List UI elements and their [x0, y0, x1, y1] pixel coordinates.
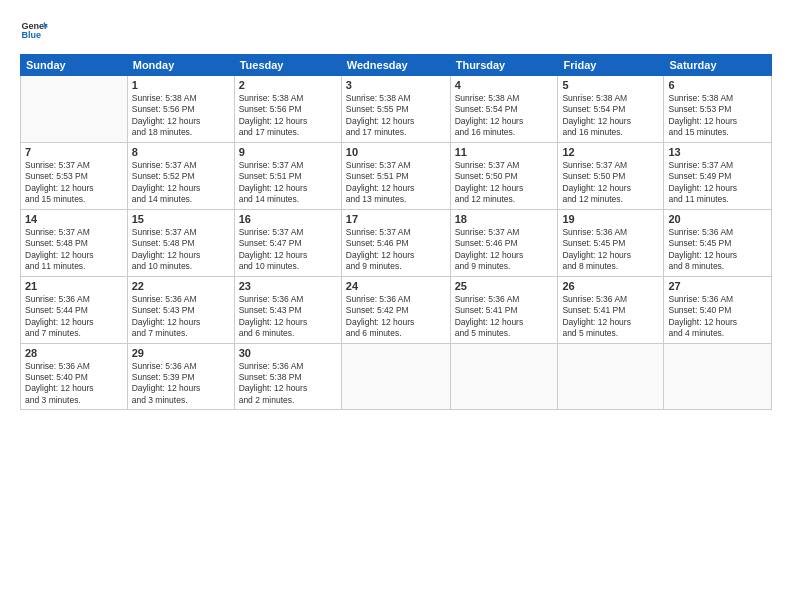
calendar-cell: 28Sunrise: 5:36 AM Sunset: 5:40 PM Dayli… — [21, 343, 128, 410]
day-number: 7 — [25, 146, 123, 158]
day-info: Sunrise: 5:37 AM Sunset: 5:46 PM Dayligh… — [346, 227, 446, 273]
weekday-header-saturday: Saturday — [664, 55, 772, 76]
calendar-cell: 1Sunrise: 5:38 AM Sunset: 5:56 PM Daylig… — [127, 76, 234, 143]
day-number: 29 — [132, 347, 230, 359]
calendar-cell: 18Sunrise: 5:37 AM Sunset: 5:46 PM Dayli… — [450, 209, 558, 276]
day-number: 27 — [668, 280, 767, 292]
day-number: 21 — [25, 280, 123, 292]
day-info: Sunrise: 5:36 AM Sunset: 5:45 PM Dayligh… — [562, 227, 659, 273]
day-info: Sunrise: 5:37 AM Sunset: 5:51 PM Dayligh… — [239, 160, 337, 206]
calendar-cell — [664, 343, 772, 410]
day-info: Sunrise: 5:36 AM Sunset: 5:41 PM Dayligh… — [562, 294, 659, 340]
day-info: Sunrise: 5:38 AM Sunset: 5:54 PM Dayligh… — [455, 93, 554, 139]
calendar-table: SundayMondayTuesdayWednesdayThursdayFrid… — [20, 54, 772, 410]
day-number: 26 — [562, 280, 659, 292]
day-number: 17 — [346, 213, 446, 225]
day-number: 24 — [346, 280, 446, 292]
calendar-cell: 10Sunrise: 5:37 AM Sunset: 5:51 PM Dayli… — [341, 142, 450, 209]
day-info: Sunrise: 5:37 AM Sunset: 5:50 PM Dayligh… — [562, 160, 659, 206]
day-info: Sunrise: 5:36 AM Sunset: 5:45 PM Dayligh… — [668, 227, 767, 273]
day-number: 30 — [239, 347, 337, 359]
day-info: Sunrise: 5:37 AM Sunset: 5:53 PM Dayligh… — [25, 160, 123, 206]
calendar-cell: 11Sunrise: 5:37 AM Sunset: 5:50 PM Dayli… — [450, 142, 558, 209]
weekday-header-thursday: Thursday — [450, 55, 558, 76]
logo: General Blue — [20, 16, 48, 44]
calendar-week-1: 1Sunrise: 5:38 AM Sunset: 5:56 PM Daylig… — [21, 76, 772, 143]
day-number: 4 — [455, 79, 554, 91]
day-info: Sunrise: 5:36 AM Sunset: 5:42 PM Dayligh… — [346, 294, 446, 340]
calendar-cell: 16Sunrise: 5:37 AM Sunset: 5:47 PM Dayli… — [234, 209, 341, 276]
page-header: General Blue — [20, 16, 772, 44]
weekday-header-monday: Monday — [127, 55, 234, 76]
day-info: Sunrise: 5:37 AM Sunset: 5:51 PM Dayligh… — [346, 160, 446, 206]
day-info: Sunrise: 5:36 AM Sunset: 5:43 PM Dayligh… — [132, 294, 230, 340]
day-info: Sunrise: 5:38 AM Sunset: 5:56 PM Dayligh… — [132, 93, 230, 139]
day-number: 3 — [346, 79, 446, 91]
svg-text:Blue: Blue — [21, 30, 41, 40]
calendar-cell: 14Sunrise: 5:37 AM Sunset: 5:48 PM Dayli… — [21, 209, 128, 276]
day-info: Sunrise: 5:37 AM Sunset: 5:47 PM Dayligh… — [239, 227, 337, 273]
day-number: 5 — [562, 79, 659, 91]
calendar-cell: 20Sunrise: 5:36 AM Sunset: 5:45 PM Dayli… — [664, 209, 772, 276]
day-number: 20 — [668, 213, 767, 225]
calendar-header-row: SundayMondayTuesdayWednesdayThursdayFrid… — [21, 55, 772, 76]
calendar-cell: 8Sunrise: 5:37 AM Sunset: 5:52 PM Daylig… — [127, 142, 234, 209]
calendar-cell: 26Sunrise: 5:36 AM Sunset: 5:41 PM Dayli… — [558, 276, 664, 343]
calendar-cell: 13Sunrise: 5:37 AM Sunset: 5:49 PM Dayli… — [664, 142, 772, 209]
calendar-cell — [558, 343, 664, 410]
day-info: Sunrise: 5:36 AM Sunset: 5:43 PM Dayligh… — [239, 294, 337, 340]
calendar-cell: 23Sunrise: 5:36 AM Sunset: 5:43 PM Dayli… — [234, 276, 341, 343]
day-number: 16 — [239, 213, 337, 225]
day-number: 11 — [455, 146, 554, 158]
day-info: Sunrise: 5:38 AM Sunset: 5:53 PM Dayligh… — [668, 93, 767, 139]
calendar-cell: 12Sunrise: 5:37 AM Sunset: 5:50 PM Dayli… — [558, 142, 664, 209]
calendar-cell: 22Sunrise: 5:36 AM Sunset: 5:43 PM Dayli… — [127, 276, 234, 343]
day-number: 12 — [562, 146, 659, 158]
calendar-cell: 17Sunrise: 5:37 AM Sunset: 5:46 PM Dayli… — [341, 209, 450, 276]
day-number: 28 — [25, 347, 123, 359]
calendar-cell: 24Sunrise: 5:36 AM Sunset: 5:42 PM Dayli… — [341, 276, 450, 343]
calendar-cell — [21, 76, 128, 143]
day-number: 22 — [132, 280, 230, 292]
day-number: 23 — [239, 280, 337, 292]
day-number: 25 — [455, 280, 554, 292]
calendar-cell: 29Sunrise: 5:36 AM Sunset: 5:39 PM Dayli… — [127, 343, 234, 410]
day-info: Sunrise: 5:38 AM Sunset: 5:56 PM Dayligh… — [239, 93, 337, 139]
day-number: 19 — [562, 213, 659, 225]
day-info: Sunrise: 5:36 AM Sunset: 5:41 PM Dayligh… — [455, 294, 554, 340]
day-number: 14 — [25, 213, 123, 225]
calendar-cell: 15Sunrise: 5:37 AM Sunset: 5:48 PM Dayli… — [127, 209, 234, 276]
calendar-cell: 7Sunrise: 5:37 AM Sunset: 5:53 PM Daylig… — [21, 142, 128, 209]
day-info: Sunrise: 5:38 AM Sunset: 5:55 PM Dayligh… — [346, 93, 446, 139]
day-info: Sunrise: 5:37 AM Sunset: 5:46 PM Dayligh… — [455, 227, 554, 273]
day-number: 10 — [346, 146, 446, 158]
day-info: Sunrise: 5:37 AM Sunset: 5:48 PM Dayligh… — [132, 227, 230, 273]
calendar-cell: 9Sunrise: 5:37 AM Sunset: 5:51 PM Daylig… — [234, 142, 341, 209]
calendar-week-2: 7Sunrise: 5:37 AM Sunset: 5:53 PM Daylig… — [21, 142, 772, 209]
calendar-cell: 5Sunrise: 5:38 AM Sunset: 5:54 PM Daylig… — [558, 76, 664, 143]
day-info: Sunrise: 5:37 AM Sunset: 5:52 PM Dayligh… — [132, 160, 230, 206]
calendar-cell: 21Sunrise: 5:36 AM Sunset: 5:44 PM Dayli… — [21, 276, 128, 343]
weekday-header-friday: Friday — [558, 55, 664, 76]
day-number: 6 — [668, 79, 767, 91]
calendar-cell — [341, 343, 450, 410]
calendar-week-3: 14Sunrise: 5:37 AM Sunset: 5:48 PM Dayli… — [21, 209, 772, 276]
day-info: Sunrise: 5:36 AM Sunset: 5:40 PM Dayligh… — [668, 294, 767, 340]
calendar-cell: 4Sunrise: 5:38 AM Sunset: 5:54 PM Daylig… — [450, 76, 558, 143]
day-info: Sunrise: 5:37 AM Sunset: 5:50 PM Dayligh… — [455, 160, 554, 206]
calendar-cell: 3Sunrise: 5:38 AM Sunset: 5:55 PM Daylig… — [341, 76, 450, 143]
calendar-cell: 2Sunrise: 5:38 AM Sunset: 5:56 PM Daylig… — [234, 76, 341, 143]
day-info: Sunrise: 5:37 AM Sunset: 5:48 PM Dayligh… — [25, 227, 123, 273]
weekday-header-wednesday: Wednesday — [341, 55, 450, 76]
day-info: Sunrise: 5:38 AM Sunset: 5:54 PM Dayligh… — [562, 93, 659, 139]
calendar-cell — [450, 343, 558, 410]
day-info: Sunrise: 5:36 AM Sunset: 5:44 PM Dayligh… — [25, 294, 123, 340]
weekday-header-tuesday: Tuesday — [234, 55, 341, 76]
calendar-week-5: 28Sunrise: 5:36 AM Sunset: 5:40 PM Dayli… — [21, 343, 772, 410]
day-info: Sunrise: 5:36 AM Sunset: 5:38 PM Dayligh… — [239, 361, 337, 407]
day-number: 1 — [132, 79, 230, 91]
day-number: 8 — [132, 146, 230, 158]
day-info: Sunrise: 5:37 AM Sunset: 5:49 PM Dayligh… — [668, 160, 767, 206]
day-info: Sunrise: 5:36 AM Sunset: 5:39 PM Dayligh… — [132, 361, 230, 407]
day-number: 15 — [132, 213, 230, 225]
